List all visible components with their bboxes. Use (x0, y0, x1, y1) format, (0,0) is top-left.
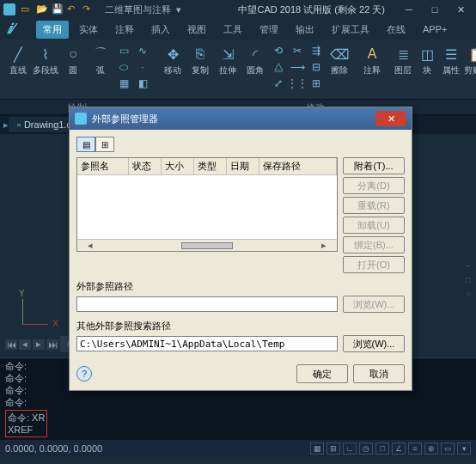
copy-icon: ⎘ (191, 45, 210, 64)
attach-button[interactable]: 附着(T)... (343, 157, 405, 174)
mirror-icon[interactable]: ⧋ (270, 59, 287, 75)
ok-button[interactable]: 确定 (296, 364, 348, 383)
point-icon[interactable]: · (134, 59, 151, 75)
trim-icon[interactable]: ✂ (289, 43, 306, 58)
region-icon[interactable]: ◧ (134, 76, 151, 91)
list-scrollbar[interactable]: ◂▸ (77, 239, 337, 251)
props-button[interactable]: ☰属性 (440, 43, 462, 95)
open-icon[interactable]: 📂 (36, 3, 48, 15)
rotate-icon[interactable]: ⟲ (270, 43, 287, 58)
rect-icon[interactable]: ▭ (115, 43, 132, 58)
dialog-title: 外部参照管理器 (92, 113, 158, 125)
erase-button[interactable]: ⌫擦除 (326, 43, 352, 78)
col-status[interactable]: 状态 (129, 158, 162, 174)
stretch-button[interactable]: ⇲拉伸 (215, 43, 241, 78)
list-header: 参照名 状态 大小 类型 日期 保存路径 (77, 158, 337, 175)
circle-icon: ○ (64, 45, 82, 64)
fillet-button[interactable]: ◜圆角 (242, 43, 268, 78)
block-button[interactable]: ◫块 (416, 43, 438, 95)
ortho-toggle-icon[interactable]: ∟ (343, 443, 357, 455)
tab-solid[interactable]: 实体 (72, 21, 105, 39)
tree-view-button[interactable]: ⊞ (95, 137, 114, 152)
col-type[interactable]: 类型 (194, 158, 227, 174)
array-icon[interactable]: ⋮⋮ (289, 76, 306, 91)
workspace-dropdown-icon[interactable]: ▾ (176, 4, 181, 15)
undo-icon[interactable]: ↶ (67, 3, 79, 15)
layer-button[interactable]: ≣图层 (392, 43, 414, 95)
maximize-button[interactable]: □ (423, 3, 447, 16)
tab-manage[interactable]: 管理 (253, 21, 285, 39)
save-icon[interactable]: 💾 (52, 3, 64, 15)
view-last-icon[interactable]: ⏭ (46, 339, 58, 350)
move-button[interactable]: ✥移动 (160, 43, 186, 78)
grid-toggle-icon[interactable]: ▦ (310, 443, 324, 455)
browse-button[interactable]: 浏览(W)... (343, 296, 405, 313)
app-title: 中望CAD 2018 试用版 (剩余 22 天) (238, 3, 385, 16)
copy-button[interactable]: ⎘复制 (187, 43, 213, 78)
xref-path-label: 外部参照路径 (76, 280, 405, 293)
xref-list[interactable]: 参照名 状态 大小 类型 日期 保存路径 ◂▸ (76, 157, 338, 252)
tab-view[interactable]: 视图 (180, 21, 213, 39)
model-toggle-icon[interactable]: ▭ (441, 443, 455, 455)
view-prev-icon[interactable]: ◂ (19, 339, 31, 350)
list-view-button[interactable]: ▤ (76, 137, 95, 152)
tab-online[interactable]: 在线 (380, 21, 412, 39)
lwt-toggle-icon[interactable]: ≡ (408, 443, 422, 455)
tab-app[interactable]: APP+ (416, 21, 454, 37)
ellipse-icon[interactable]: ⬭ (115, 59, 132, 75)
polyline-button[interactable]: ⌇多段线 (33, 43, 58, 78)
hatch-icon[interactable]: ▦ (115, 76, 132, 91)
tab-express[interactable]: 扩展工具 (325, 21, 376, 39)
side-minus-icon[interactable]: − (462, 261, 474, 273)
otrack-toggle-icon[interactable]: ∠ (392, 443, 406, 455)
other-path-input[interactable] (76, 336, 338, 351)
unload-button[interactable]: 卸载(U) (343, 217, 405, 234)
snap-toggle-icon[interactable]: ⊞ (326, 443, 340, 455)
tab-annotate[interactable]: 注释 (108, 21, 141, 39)
list-content[interactable] (77, 175, 337, 239)
redo-icon[interactable]: ↷ (82, 3, 95, 15)
cancel-button[interactable]: 取消 (353, 364, 405, 383)
browse2-button[interactable]: 浏览(W)... (343, 335, 405, 352)
tab-tools[interactable]: 工具 (217, 21, 249, 39)
side-circle-icon[interactable]: ○ (462, 289, 474, 301)
status-more-icon[interactable]: ▾ (457, 443, 471, 455)
workspace-label[interactable]: 二维草图与注释 (105, 3, 171, 16)
tab-insert[interactable]: 插入 (144, 21, 177, 39)
scale-icon[interactable]: ⤢ (270, 76, 287, 91)
circle-button[interactable]: ○圆 (60, 43, 86, 78)
polar-toggle-icon[interactable]: ◷ (359, 443, 373, 455)
text-button[interactable]: A注释 (361, 43, 383, 95)
line-button[interactable]: ╱直线 (5, 43, 31, 78)
dialog-close-button[interactable]: ✕ (375, 111, 406, 126)
col-name[interactable]: 参照名 (77, 158, 129, 174)
view-first-icon[interactable]: ⏮ (5, 339, 17, 350)
reload-button[interactable]: 重载(R) (343, 197, 405, 214)
minimize-button[interactable]: ─ (397, 3, 421, 16)
extend-icon[interactable]: ⟶ (289, 59, 306, 75)
offset-icon[interactable]: ⇶ (308, 43, 325, 58)
new-icon[interactable]: ▭ (21, 3, 33, 15)
spline-icon[interactable]: ∿ (134, 43, 151, 58)
break-icon[interactable]: ⊟ (308, 59, 325, 75)
detach-button[interactable]: 分离(D) (343, 177, 405, 194)
osnap-toggle-icon[interactable]: □ (375, 443, 389, 455)
view-next-icon[interactable]: ▸ (33, 339, 45, 350)
xref-path-input[interactable] (76, 296, 338, 312)
clipboard-button[interactable]: 📋剪贴板 (464, 43, 476, 95)
side-square-icon[interactable]: □ (462, 275, 474, 287)
open-button[interactable]: 打开(O) (343, 256, 405, 273)
help-icon[interactable]: ? (76, 366, 92, 382)
app-menu-button[interactable]: ⅈ⁄ (7, 21, 27, 38)
dyn-toggle-icon[interactable]: ⊕ (424, 443, 438, 455)
col-size[interactable]: 大小 (162, 158, 194, 174)
col-path[interactable]: 保存路径 (259, 158, 337, 174)
tab-output[interactable]: 输出 (289, 21, 321, 39)
tab-common[interactable]: 常用 (36, 21, 69, 39)
col-date[interactable]: 日期 (227, 158, 259, 174)
arc-button[interactable]: ⌒弧 (88, 43, 113, 78)
close-button[interactable]: ✕ (449, 3, 473, 16)
cmd-history-line: 命令: (5, 396, 471, 408)
join-icon[interactable]: ⊞ (308, 76, 325, 91)
bind-button[interactable]: 绑定(B)... (343, 236, 405, 253)
